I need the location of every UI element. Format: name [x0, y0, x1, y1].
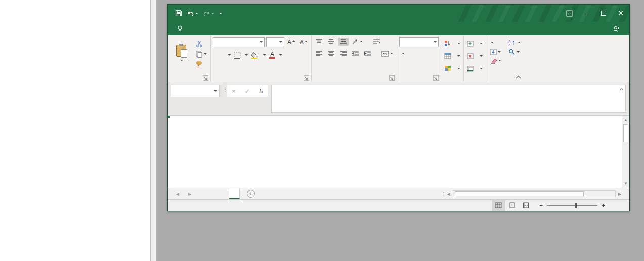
customize-qat-button[interactable] — [219, 11, 222, 16]
insert-function-button[interactable]: fx — [259, 88, 263, 95]
copy-button[interactable] — [194, 50, 208, 59]
merge-center-button[interactable] — [380, 50, 395, 58]
zoom-controls: − + — [533, 202, 629, 208]
page-break-view-icon — [523, 202, 529, 208]
cancel-button[interactable]: × — [232, 87, 236, 95]
top-align-icon — [315, 39, 323, 45]
decrease-indent-button[interactable] — [350, 50, 361, 58]
tree-scrollbar[interactable] — [150, 0, 156, 261]
vertical-scroll-thumb[interactable] — [623, 124, 628, 142]
name-box[interactable] — [171, 85, 220, 97]
scroll-left-arrow[interactable]: ◄ — [446, 191, 451, 197]
cell-styles-button[interactable] — [443, 63, 461, 74]
redo-button[interactable] — [203, 10, 214, 17]
font-color-button[interactable]: A — [268, 51, 277, 59]
active-sheet-tab[interactable] — [229, 188, 240, 199]
clear-button[interactable] — [488, 57, 503, 65]
zoom-slider[interactable] — [547, 205, 597, 206]
vertical-scrollbar[interactable]: ▲ ▼ — [622, 116, 629, 188]
zoom-out-button[interactable]: − — [540, 202, 543, 208]
font-name-combobox[interactable] — [213, 37, 265, 47]
new-sheet-button[interactable]: + — [247, 190, 255, 198]
ribbon-display-options-button[interactable] — [561, 5, 578, 22]
format-as-table-button[interactable] — [443, 51, 461, 61]
wrap-text-button[interactable] — [371, 38, 382, 46]
comma-style-button[interactable] — [416, 53, 419, 54]
page-layout-view-button[interactable] — [505, 200, 519, 211]
fill-button[interactable] — [488, 48, 503, 56]
horizontal-scroll-thumb[interactable] — [455, 191, 584, 196]
zoom-in-button[interactable]: + — [602, 202, 605, 208]
cut-button[interactable] — [194, 39, 208, 48]
save-button[interactable] — [175, 10, 182, 17]
align-right-button[interactable] — [338, 50, 349, 58]
screen: – × — [0, 0, 644, 261]
find-select-button[interactable] — [507, 48, 522, 56]
top-align-button[interactable] — [314, 38, 324, 46]
increase-font-size-button[interactable]: A — [286, 38, 297, 46]
increase-indent-icon — [364, 51, 371, 57]
share-button[interactable] — [613, 26, 629, 35]
percent-style-button[interactable] — [410, 53, 413, 54]
sort-filter-button[interactable]: AZ — [507, 38, 522, 47]
orientation-button[interactable] — [350, 37, 364, 46]
format-cells-button[interactable] — [466, 63, 484, 74]
number-format-combobox[interactable] — [399, 37, 439, 47]
increase-indent-button[interactable] — [362, 50, 373, 58]
ribbon: ↘ A A — [168, 35, 629, 82]
clipboard-dialog-launcher[interactable]: ↘ — [203, 75, 208, 81]
close-button[interactable]: × — [612, 5, 629, 22]
bold-button[interactable] — [213, 55, 216, 56]
paste-button[interactable] — [170, 37, 192, 70]
ribbon-group-number: ↘ — [397, 35, 441, 82]
middle-align-button[interactable] — [326, 38, 336, 46]
collapse-ribbon-button[interactable] — [516, 73, 521, 80]
fill-down-icon — [490, 49, 497, 55]
collapse-formula-bar-button[interactable] — [619, 87, 624, 92]
font-dialog-launcher[interactable]: ↘ — [304, 75, 309, 81]
prev-sheet-arrow[interactable]: ◄ — [175, 191, 180, 197]
save-icon — [175, 10, 182, 17]
quick-access-toolbar — [168, 10, 222, 17]
increase-decimal-button[interactable] — [399, 60, 402, 61]
svg-text:A: A — [508, 40, 511, 43]
decrease-font-size-button[interactable]: A — [298, 39, 309, 46]
fill-color-button[interactable] — [249, 51, 261, 59]
normal-view-button[interactable] — [492, 200, 505, 211]
alignment-dialog-launcher[interactable]: ↘ — [389, 75, 395, 81]
undo-button[interactable] — [187, 10, 198, 17]
selected-cell-outline — [168, 116, 170, 118]
format-painter-button[interactable] — [194, 60, 208, 69]
align-right-icon — [339, 51, 347, 57]
bottom-align-icon — [339, 39, 347, 45]
italic-button[interactable] — [218, 55, 221, 56]
conditional-formatting-button[interactable] — [443, 38, 461, 49]
scroll-right-arrow[interactable]: ► — [617, 191, 622, 197]
delete-cells-button[interactable] — [466, 51, 484, 61]
next-sheet-arrow[interactable]: ► — [187, 191, 192, 197]
scroll-up-arrow[interactable]: ▲ — [622, 116, 629, 124]
align-center-button[interactable] — [326, 50, 336, 58]
accounting-format-button[interactable] — [399, 51, 406, 56]
bottom-align-button[interactable] — [338, 38, 349, 46]
delete-cells-icon — [467, 53, 474, 59]
underline-button[interactable] — [222, 55, 225, 56]
tell-me-box[interactable] — [177, 25, 186, 35]
autosum-button[interactable] — [488, 38, 503, 47]
ribbon-group-editing: AZ — [486, 35, 524, 82]
name-box-dropdown-arrow[interactable] — [214, 90, 217, 93]
enter-button[interactable]: ✓ — [245, 88, 250, 95]
page-break-view-button[interactable] — [519, 200, 533, 211]
minimize-button[interactable]: – — [578, 5, 595, 22]
maximize-button[interactable] — [595, 5, 612, 22]
number-dialog-launcher[interactable]: ↘ — [433, 75, 439, 81]
align-left-button[interactable] — [314, 50, 324, 58]
scroll-down-arrow[interactable]: ▼ — [622, 179, 629, 188]
zoom-slider-thumb[interactable] — [575, 203, 577, 208]
formula-input[interactable] — [271, 85, 626, 113]
borders-button[interactable] — [232, 51, 242, 59]
insert-cells-button[interactable] — [466, 38, 484, 49]
font-size-combobox[interactable] — [266, 37, 284, 47]
decrease-decimal-button[interactable] — [406, 60, 409, 61]
horizontal-scrollbar[interactable]: ◄ ► — [446, 188, 622, 199]
